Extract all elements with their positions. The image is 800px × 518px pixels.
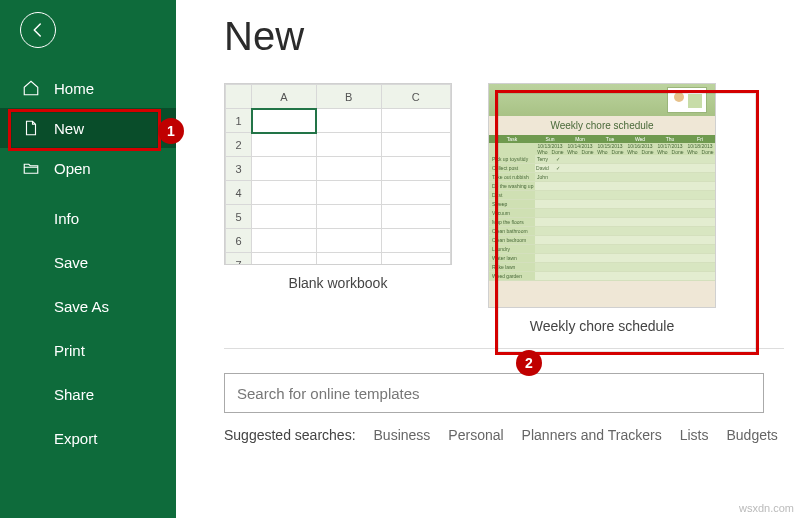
suggested-term-lists[interactable]: Lists [680,427,709,443]
sidebar-item-print[interactable]: Print [0,328,176,372]
template-weekly-chore-schedule[interactable]: Weekly chore schedule Task SunMonTueWedT… [488,83,716,308]
page-icon [22,119,40,137]
sidebar-item-info[interactable]: Info [0,196,176,240]
page-title: New [224,14,800,59]
sidebar-item-home[interactable]: Home [0,68,176,108]
suggested-section: Search for online templates Suggested se… [224,348,784,443]
template-gallery: ABC 1 2 3 4 5 6 7 Blank workbook Weekly … [224,83,800,308]
arrow-left-icon [29,21,47,39]
folder-open-icon [22,159,40,177]
template-label: Weekly chore schedule [488,318,716,334]
sidebar-item-label: Home [54,80,94,97]
sidebar-item-export[interactable]: Export [0,416,176,460]
sidebar-item-share[interactable]: Share [0,372,176,416]
main-content: New ABC 1 2 3 4 5 6 7 Blank workbook [176,0,800,443]
template-thumb-chore: Weekly chore schedule Task SunMonTueWedT… [488,83,716,308]
watermark: wsxdn.com [739,502,794,514]
backstage-sidebar: Home New Open Info Save Save As Print Sh… [0,0,176,518]
sidebar-item-label: New [54,120,84,137]
template-thumb-blank: ABC 1 2 3 4 5 6 7 [224,83,452,265]
chore-illustration-icon [667,87,707,113]
template-label: Blank workbook [224,275,452,291]
suggested-searches: Suggested searches: Business Personal Pl… [224,427,784,443]
sidebar-item-label: Open [54,160,91,177]
back-button[interactable] [20,12,56,48]
search-input[interactable]: Search for online templates [224,373,764,413]
template-blank-workbook[interactable]: ABC 1 2 3 4 5 6 7 Blank workbook [224,83,452,308]
sidebar-item-save-as[interactable]: Save As [0,284,176,328]
suggested-term-personal[interactable]: Personal [448,427,503,443]
sidebar-item-save[interactable]: Save [0,240,176,284]
annotation-marker-2: 2 [516,350,542,376]
suggested-term-planners[interactable]: Planners and Trackers [522,427,662,443]
annotation-marker-1: 1 [158,118,184,144]
home-icon [22,79,40,97]
suggested-label: Suggested searches: [224,427,356,443]
sidebar-item-open[interactable]: Open [0,148,176,188]
suggested-term-business[interactable]: Business [374,427,431,443]
search-placeholder: Search for online templates [237,385,420,402]
sidebar-subgroup: Info Save Save As Print Share Export [0,196,176,460]
suggested-term-budgets[interactable]: Budgets [726,427,777,443]
sidebar-item-new[interactable]: New [0,108,176,148]
